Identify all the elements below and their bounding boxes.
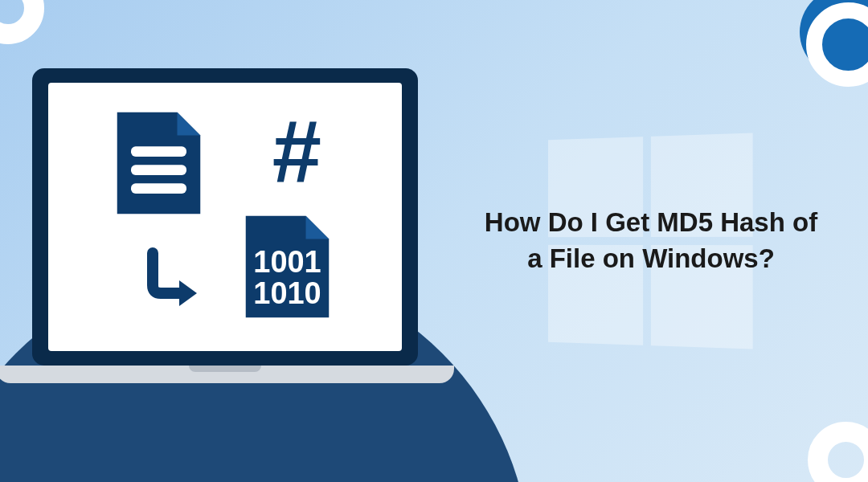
svg-rect-2 <box>131 183 186 194</box>
laptop-illustration: # 1001 1010 <box>32 68 454 383</box>
decorative-circle-top-right <box>800 0 868 76</box>
laptop-frame: # 1001 1010 <box>32 68 418 366</box>
decorative-ring-top-left <box>0 0 44 44</box>
decorative-ring-bottom-right <box>808 422 868 482</box>
binary-file-icon: 1001 1010 <box>241 210 334 323</box>
svg-rect-1 <box>131 165 186 175</box>
laptop-base <box>0 366 454 383</box>
laptop-screen: # 1001 1010 <box>48 83 402 351</box>
svg-text:1010: 1010 <box>253 276 321 310</box>
article-title: How Do I Get MD5 Hash of a File on Windo… <box>482 205 820 276</box>
svg-text:1001: 1001 <box>253 245 321 279</box>
hash-icon: # <box>272 107 321 195</box>
arrow-icon <box>141 247 205 311</box>
svg-rect-0 <box>131 146 186 157</box>
document-icon <box>113 107 205 219</box>
